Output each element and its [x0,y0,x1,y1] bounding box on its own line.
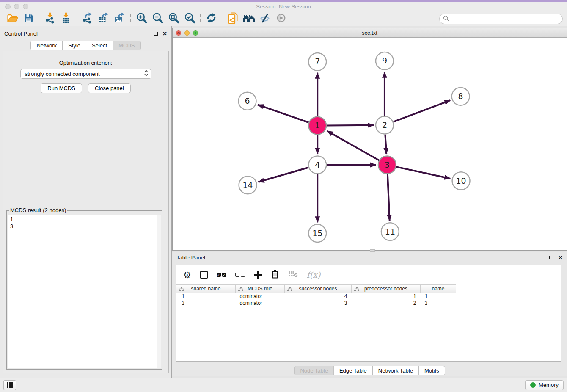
table-cell[interactable]: 3 [176,300,236,306]
graph-edge-3-1[interactable] [327,131,379,160]
graph-edge-1-6[interactable] [258,105,308,122]
zoom-in-button[interactable] [133,12,149,26]
column-header-shared-name[interactable]: shared name [176,285,236,293]
graph-edge-3-10[interactable] [396,167,450,179]
graph-edge-2-8[interactable] [393,100,450,122]
graph-node-10[interactable] [452,172,470,190]
network-graph[interactable]: 7968124314101511 [173,38,567,250]
network-view-window: ✕ − + scc.txt 7968124314101511 [172,28,567,251]
refresh-layout-button[interactable] [203,12,219,26]
graph-edge-2-3[interactable] [385,135,386,154]
graph-node-9[interactable] [376,52,394,70]
zoom-selected-button[interactable] [182,12,198,26]
graph-node-6[interactable] [239,92,256,110]
add-row-button[interactable] [254,271,262,279]
close-panel-icon[interactable]: ✕ [162,31,167,36]
column-header-name[interactable]: name [421,285,456,293]
graph-edge-1-2[interactable] [327,125,374,126]
search-input[interactable] [451,16,559,22]
graph-node-11[interactable] [381,223,399,240]
home-button[interactable] [241,12,257,26]
delete-row-button[interactable] [271,269,279,280]
export-table-button[interactable] [96,12,112,26]
search-field[interactable] [439,14,563,24]
float-panel-icon[interactable] [154,32,158,36]
select-all-button[interactable]: ✓✓ [217,273,226,277]
zoom-out-button[interactable] [149,12,165,26]
column-header-successor-nodes[interactable]: successor nodes [285,285,352,293]
tab-network-table[interactable]: Network Table [373,366,419,375]
graph-node-2[interactable] [376,116,394,134]
graph-node-3[interactable] [378,156,396,174]
column-layout-button[interactable] [200,271,208,279]
graph-node-14[interactable] [239,176,257,194]
mcds-result-title: MCDS result (2 nodes) [9,207,67,213]
memory-label: Memory [539,382,559,388]
clone-network-button[interactable] [225,12,241,26]
table-settings-button[interactable]: ⚙ [183,271,191,279]
zoom-fit-button[interactable] [165,12,182,26]
clone-network-icon [228,12,238,26]
control-panel-header: Control Panel ✕ [0,28,171,39]
task-history-button[interactable] [3,380,16,390]
table-cell[interactable]: 4 [285,293,352,300]
tab-network[interactable]: Network [30,41,63,50]
checked-box-icon: ✓ [217,273,221,277]
mcds-result-text[interactable]: 1 3 [8,215,157,368]
deselect-all-button[interactable] [235,273,245,277]
export-network-button[interactable] [80,12,96,26]
open-folder-icon [7,13,18,25]
graph-edge-4-14[interactable] [259,167,309,182]
toolbar-separator [77,13,77,25]
table-panel-tabs: Node TableEdge TableNetwork TableMotifs [172,366,567,375]
table-cell[interactable]: 2 [352,300,421,306]
tab-motifs[interactable]: Motifs [419,366,445,375]
table-row[interactable]: 1dominator411 [176,293,456,300]
memory-button[interactable]: Memory [525,380,564,390]
tab-node-table[interactable]: Node Table [294,366,334,375]
tab-style[interactable]: Style [63,41,86,50]
table-cell[interactable]: 1 [352,293,421,300]
table-cell[interactable]: dominator [236,293,285,300]
hide-graphics-button[interactable] [257,12,273,26]
column-header-predecessor-nodes[interactable]: predecessor nodes [352,285,421,293]
splitter-grip[interactable] [370,249,375,252]
column-header-MCDS-role[interactable]: MCDS role [236,285,285,293]
optimization-criterion-value: strongly connected component [25,71,144,77]
control-panel: Control Panel ✕ NetworkStyleSelectMCDS O… [0,26,172,378]
function-builder-button: f(x) [307,270,321,279]
table-cell[interactable]: dominator [236,300,285,306]
toolbar-separator [222,13,222,25]
run-mcds-button[interactable]: Run MCDS [41,83,82,93]
network-window-titlebar[interactable]: ✕ − + scc.txt [173,28,567,38]
unchecked-box-icon [241,273,245,277]
close-panel-button[interactable]: Close panel [88,83,131,93]
open-session-button[interactable] [4,12,20,26]
optimization-criterion-select[interactable]: strongly connected component [20,69,151,79]
toolbar-separator [130,13,131,25]
graph-node-1[interactable] [308,117,326,135]
table-row[interactable]: 3dominator323 [176,300,456,306]
save-session-button[interactable] [20,12,36,26]
import-network-button[interactable] [42,12,58,26]
table-cell[interactable]: 1 [421,293,456,300]
graph-edge-3-11[interactable] [388,174,390,221]
graph-node-15[interactable] [308,224,326,242]
graph-node-4[interactable] [308,156,326,174]
network-canvas[interactable]: 7968124314101511 [173,38,567,250]
column-tree-icon [238,287,243,293]
tab-edge-table[interactable]: Edge Table [334,366,373,375]
float-panel-icon[interactable] [549,256,553,259]
result-scrollbar[interactable] [157,215,161,368]
table-cell[interactable]: 3 [421,300,456,306]
table-cell[interactable]: 3 [285,300,352,306]
tab-mcds[interactable]: MCDS [113,41,140,50]
graph-node-7[interactable] [308,53,326,71]
table-cell[interactable]: 1 [176,293,236,300]
column-tree-icon [354,287,359,293]
import-table-button[interactable] [58,12,74,26]
export-image-button[interactable] [112,12,128,26]
close-panel-icon[interactable]: ✕ [558,255,563,260]
tab-select[interactable]: Select [86,41,113,50]
graph-node-8[interactable] [452,88,470,105]
